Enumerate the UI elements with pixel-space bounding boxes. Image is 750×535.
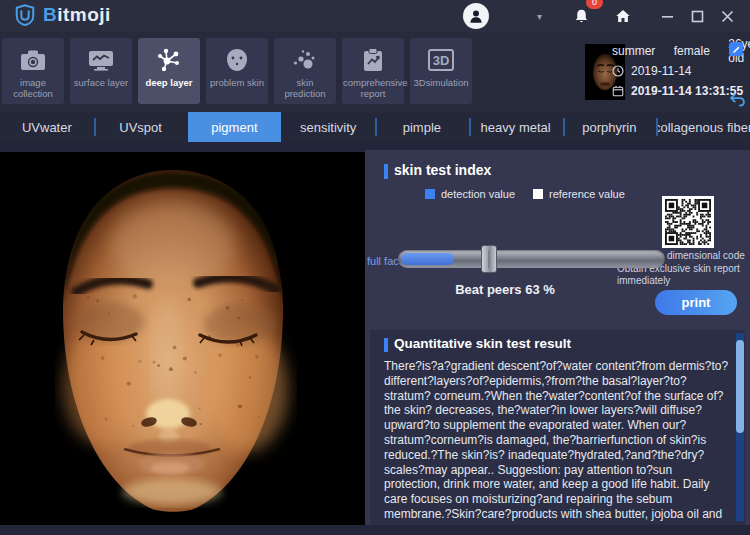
edit-patient-button[interactable] [729, 42, 743, 56]
clipboard-chart-icon [360, 45, 386, 75]
tab-collagenous-fiber[interactable]: collagenous fiber [656, 112, 750, 142]
section-accent-bar [384, 338, 388, 352]
tab-pimple[interactable]: pimple [375, 112, 469, 142]
quantitative-body: There?is?a?gradient descent?of?water con… [384, 359, 729, 521]
pencil-icon [732, 45, 741, 54]
person-icon [467, 7, 485, 25]
toolbar-item-skin-prediction[interactable]: skin prediction [274, 38, 336, 104]
tab-heavy-metal[interactable]: heavy metal [469, 112, 563, 142]
monitor-wave-icon [87, 45, 115, 75]
tab-uvspot[interactable]: UVspot [94, 112, 188, 142]
qr-code [662, 196, 714, 248]
window-maximize-button[interactable] [682, 0, 712, 32]
svg-text:3D: 3D [433, 53, 450, 68]
skin-test-panel: skin test index detection value referenc… [365, 150, 750, 525]
patient-gender: female [674, 44, 710, 58]
app-logo: Bitmoji [14, 4, 111, 26]
detection-value-bar [401, 253, 454, 265]
beat-peers-text: Beat peers 63 % [415, 282, 595, 297]
tab-pigment[interactable]: pigment [188, 112, 282, 142]
calendar-icon [612, 85, 624, 97]
toolbar-item-image-collection[interactable]: image collection [2, 38, 64, 104]
return-button[interactable] [729, 92, 746, 107]
tab-sensitivity[interactable]: sensitivity [281, 112, 375, 142]
legend-reference: reference value [533, 188, 625, 200]
patient-date: 2019-11-14 [631, 64, 692, 78]
home-icon [614, 7, 632, 25]
dropdown-caret-icon[interactable]: ▾ [537, 11, 542, 22]
toolbar-item-deep-layer[interactable]: deep layer [138, 38, 200, 104]
scrollbar-track[interactable] [736, 333, 744, 521]
titlebar: Bitmoji ▾ 0 [0, 0, 750, 32]
toolbar-item-surface-layer[interactable]: surface layer [70, 38, 132, 104]
app-logo-icon [14, 4, 36, 26]
molecule-network-icon [155, 45, 183, 75]
section-accent-bar [384, 164, 388, 179]
back-arrow-icon [729, 92, 746, 107]
home-button[interactable] [608, 0, 638, 32]
tab-uvwater[interactable]: UVwater [0, 112, 94, 142]
window-minimize-button[interactable] [652, 0, 682, 32]
toolbar-item-problem-skin[interactable]: problem skin [206, 38, 268, 104]
legend-detection: detection value [425, 188, 515, 200]
toolbar-item-comprehensive-report[interactable]: comprehensive report [342, 38, 404, 104]
quantitative-title: Quantitative skin test result [394, 336, 571, 351]
3d-box-icon: 3D [426, 45, 456, 75]
dots-cluster-icon [291, 45, 319, 75]
face-image-panel [0, 152, 365, 525]
slider-handle[interactable] [481, 245, 497, 273]
minimize-icon [661, 10, 674, 23]
main-area: skin test index detection value referenc… [0, 142, 750, 535]
patient-datetime: 2019-11-14 13:31:55 [631, 84, 743, 98]
bell-icon [573, 8, 590, 25]
tab-porphyrin[interactable]: porphyrin [563, 112, 657, 142]
scrollbar-thumb[interactable] [736, 340, 744, 433]
analysis-tabbar: UVwater UVspot pigment sensitivity pimpl… [0, 112, 750, 142]
face-icon [224, 45, 250, 75]
legend: detection value reference value [425, 188, 625, 200]
user-avatar[interactable] [463, 3, 489, 29]
toolbar-item-3d-simulation[interactable]: 3D 3Dsimulation [410, 38, 472, 104]
full-face-slider[interactable] [398, 250, 665, 268]
clock-icon [612, 65, 624, 77]
detection-swatch [425, 189, 435, 199]
skin-test-index-title: skin test index [394, 162, 491, 178]
window-close-button[interactable] [712, 0, 742, 32]
notifications-button[interactable]: 0 [566, 0, 596, 32]
toolbar: image collection surface layer deep laye… [0, 32, 750, 112]
print-button[interactable]: print [655, 290, 737, 315]
notification-badge: 0 [586, 0, 603, 9]
reference-swatch [533, 189, 543, 199]
close-icon [721, 10, 734, 23]
maximize-icon [691, 10, 704, 23]
camera-icon [19, 45, 47, 75]
quantitative-result-panel: Quantitative skin test result There?is?a… [370, 330, 745, 525]
app-title: Bitmoji [43, 4, 111, 26]
app-window: Bitmoji ▾ 0 [0, 0, 750, 535]
face-3d-render [0, 152, 365, 525]
patient-name: summer [612, 44, 655, 58]
